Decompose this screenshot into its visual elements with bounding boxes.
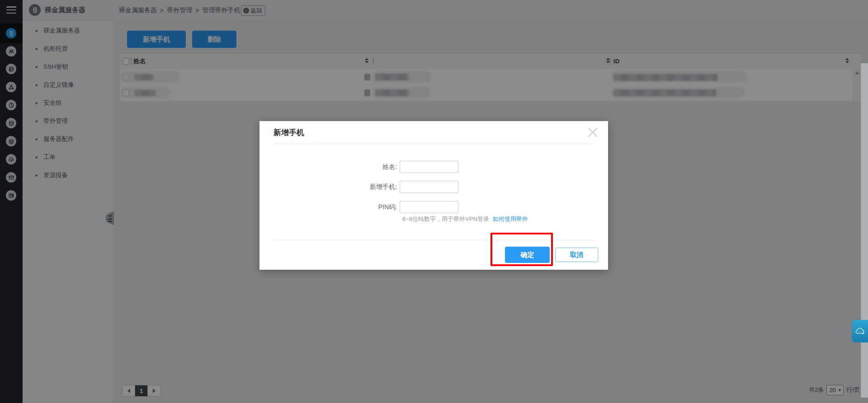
add-phone-modal: 新增手机 姓名: 新增手机: PIN码: 6~8位纯数字，用于带外VPN登录如何… [259,121,608,270]
modal-title: 新增手机 [274,127,304,138]
pin-input[interactable] [400,201,458,213]
form-row-name: 姓名: [259,161,472,173]
cancel-button[interactable]: 取消 [555,248,598,262]
pin-hint: 6~8位纯数字，用于带外VPN登录如何使用带外 [402,215,528,223]
window-scrollbar[interactable] [861,63,868,398]
annotation-highlight-box [491,233,553,266]
support-mascot-button[interactable] [852,320,868,342]
name-label: 姓名: [259,161,400,173]
name-input[interactable] [400,161,458,173]
form-row-phone: 新增手机: [259,181,472,193]
divider [274,144,594,144]
phone-input[interactable] [400,181,458,193]
how-to-use-oob-link[interactable]: 如何使用带外 [493,216,528,222]
close-icon[interactable] [586,126,599,139]
form-row-pin: PIN码: [259,201,472,213]
pin-label: PIN码: [259,201,400,213]
cloud-mascot-icon [854,325,866,337]
phone-label: 新增手机: [259,181,400,193]
